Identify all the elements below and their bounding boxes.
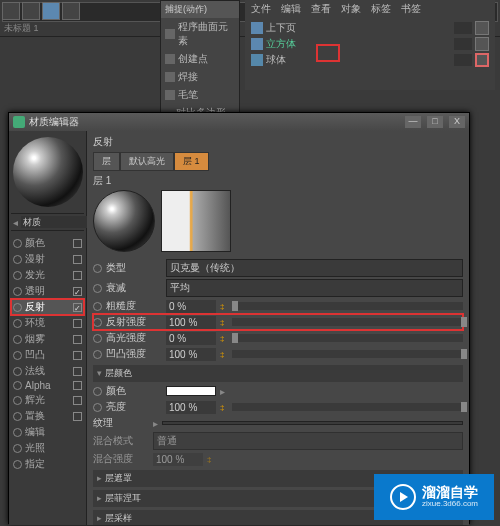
param-dot[interactable]	[13, 412, 22, 421]
param-dot[interactable]	[13, 381, 22, 390]
color-swatch[interactable]	[166, 386, 216, 396]
maximize-button[interactable]: □	[427, 116, 443, 128]
channel-指定[interactable]: 指定	[11, 456, 84, 472]
context-item[interactable]: 程序曲面元素	[161, 18, 239, 50]
texture-slot[interactable]	[162, 421, 463, 425]
channel-checkbox[interactable]	[73, 319, 82, 328]
spinner-icon[interactable]: ‡	[220, 318, 228, 327]
param-dot[interactable]	[13, 396, 22, 405]
tab-default[interactable]: 默认高光	[120, 152, 174, 171]
channel-Alpha[interactable]: Alpha	[11, 379, 84, 392]
tag-slot[interactable]	[475, 37, 489, 51]
param-dot[interactable]	[13, 287, 22, 296]
channel-发光[interactable]: 发光	[11, 267, 84, 283]
vis-dots[interactable]	[454, 54, 472, 66]
param-dot[interactable]	[13, 319, 22, 328]
texture-arrow-icon[interactable]: ▸	[153, 418, 158, 429]
channel-checkbox[interactable]	[73, 335, 82, 344]
param-dot[interactable]	[93, 403, 102, 412]
nav-left-icon[interactable]: ◂	[13, 217, 18, 228]
type-dropdown[interactable]: 贝克曼（传统）	[166, 259, 463, 277]
channel-反射[interactable]: 反射	[11, 299, 84, 315]
channel-漫射[interactable]: 漫射	[11, 251, 84, 267]
context-item[interactable]: 焊接	[161, 68, 239, 86]
param-dot[interactable]	[93, 334, 102, 343]
mixmode-dropdown[interactable]: 普通	[153, 432, 463, 450]
brightness-slider[interactable]	[232, 403, 463, 411]
document-tab[interactable]: 未标题 1	[4, 22, 39, 35]
menu-item[interactable]: 对象	[341, 2, 361, 16]
param-dot[interactable]	[93, 264, 102, 273]
channel-checkbox[interactable]	[73, 412, 82, 421]
param-dot[interactable]	[13, 460, 22, 469]
slider[interactable]	[232, 302, 463, 310]
channel-checkbox[interactable]	[73, 239, 82, 248]
spinner-icon[interactable]: ‡	[207, 455, 215, 464]
tree-row[interactable]: 球体	[251, 52, 489, 68]
channel-烟雾[interactable]: 烟雾	[11, 331, 84, 347]
channel-法线[interactable]: 法线	[11, 363, 84, 379]
picker-icon[interactable]: ▸	[220, 386, 225, 397]
param-dot[interactable]	[13, 255, 22, 264]
channel-checkbox[interactable]	[73, 303, 82, 312]
channel-颜色[interactable]: 颜色	[11, 235, 84, 251]
param-dot[interactable]	[13, 239, 22, 248]
channel-编辑[interactable]: 编辑	[11, 424, 84, 440]
tag-slot[interactable]	[475, 21, 489, 35]
menu-item[interactable]: 标签	[371, 2, 391, 16]
channel-checkbox[interactable]	[73, 351, 82, 360]
tab-layer[interactable]: 层	[93, 152, 120, 171]
mixstr-value[interactable]: 100 %	[153, 453, 203, 466]
value-input[interactable]: 100 %	[166, 316, 216, 329]
channel-checkbox[interactable]	[73, 381, 82, 390]
param-dot[interactable]	[13, 428, 22, 437]
spinner-icon[interactable]: ‡	[220, 302, 228, 311]
param-dot[interactable]	[93, 387, 102, 396]
spinner-icon[interactable]: ‡	[220, 334, 228, 343]
spinner-icon[interactable]: ‡	[220, 403, 228, 412]
channel-透明[interactable]: 透明	[11, 283, 84, 299]
context-item[interactable]: 毛笔	[161, 86, 239, 104]
slider[interactable]	[232, 318, 463, 326]
slider[interactable]	[232, 350, 463, 358]
param-dot[interactable]	[13, 271, 22, 280]
param-dot[interactable]	[93, 350, 102, 359]
channel-凹凸[interactable]: 凹凸	[11, 347, 84, 363]
channel-环境[interactable]: 环境	[11, 315, 84, 331]
close-button[interactable]: X	[449, 116, 465, 128]
menu-item[interactable]: 查看	[311, 2, 331, 16]
tab-layer1[interactable]: 层 1	[174, 152, 209, 171]
channel-checkbox[interactable]	[73, 255, 82, 264]
tag-slot[interactable]	[475, 53, 489, 67]
channel-checkbox[interactable]	[73, 287, 82, 296]
tool-icon-selected[interactable]	[42, 2, 60, 20]
param-dot[interactable]	[93, 302, 102, 311]
atten-dropdown[interactable]: 平均	[166, 279, 463, 297]
param-dot[interactable]	[93, 318, 102, 327]
tree-row[interactable]: 立方体	[251, 36, 489, 52]
material-preview-sphere[interactable]	[13, 137, 83, 207]
channel-光照[interactable]: 光照	[11, 440, 84, 456]
value-input[interactable]: 0 %	[166, 300, 216, 313]
channel-辉光[interactable]: 辉光	[11, 392, 84, 408]
vis-dots[interactable]	[454, 38, 472, 50]
vis-dots[interactable]	[454, 22, 472, 34]
context-item[interactable]: 创建点	[161, 50, 239, 68]
param-dot[interactable]	[93, 284, 102, 293]
channel-置换[interactable]: 置换	[11, 408, 84, 424]
tree-row[interactable]: 上下页	[251, 20, 489, 36]
channel-checkbox[interactable]	[73, 367, 82, 376]
menu-item[interactable]: 编辑	[281, 2, 301, 16]
param-dot[interactable]	[13, 351, 22, 360]
param-dot[interactable]	[13, 367, 22, 376]
param-dot[interactable]	[13, 335, 22, 344]
brightness-value[interactable]: 100 %	[166, 401, 216, 414]
channel-checkbox[interactable]	[73, 396, 82, 405]
value-input[interactable]: 0 %	[166, 332, 216, 345]
menu-item[interactable]: 文件	[251, 2, 271, 16]
minimize-button[interactable]: —	[405, 116, 421, 128]
tool-icon[interactable]	[2, 2, 20, 20]
channel-checkbox[interactable]	[73, 271, 82, 280]
tool-icon[interactable]	[22, 2, 40, 20]
value-input[interactable]: 100 %	[166, 348, 216, 361]
